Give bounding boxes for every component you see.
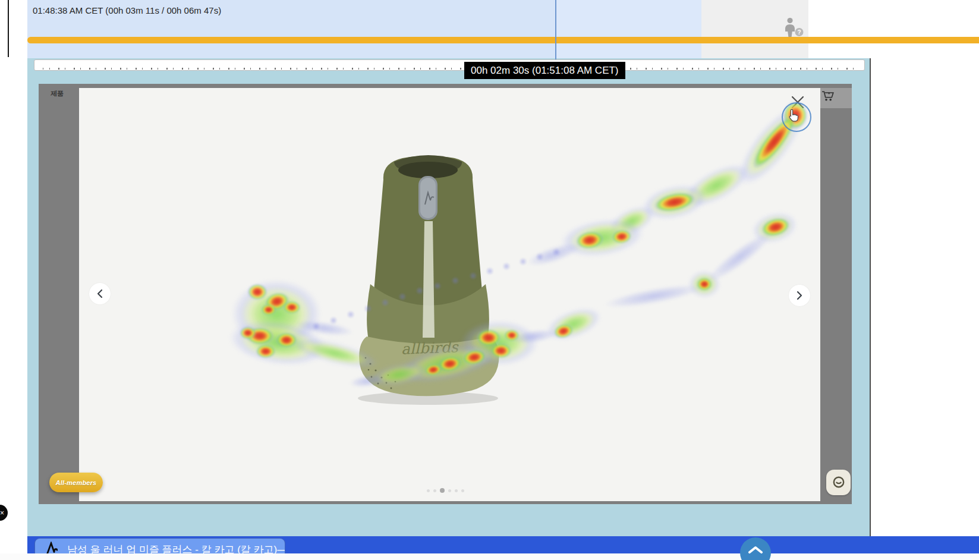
carousel-next-button[interactable] bbox=[789, 285, 810, 306]
close-glyph: × bbox=[0, 509, 4, 517]
hand-cursor-icon bbox=[787, 109, 800, 125]
page-tab[interactable]: 남성 울 러너 업 미즐 플러스 - 칼 카고 (칼 카고)— bbox=[34, 538, 285, 555]
carousel-dot-3[interactable] bbox=[440, 488, 445, 493]
chevron-left-icon bbox=[96, 288, 104, 299]
playback-time-label: 01:48:38 AM CET (00h 03m 11s / 00h 06m 4… bbox=[33, 5, 221, 15]
carousel-dot-1[interactable] bbox=[427, 489, 430, 492]
chevron-up-icon bbox=[748, 546, 763, 554]
timeline-hover-tooltip: 00h 02m 30s (01:51:08 AM CET) bbox=[464, 62, 625, 79]
playhead-line[interactable] bbox=[555, 0, 556, 59]
help-mark: ? bbox=[797, 29, 801, 36]
cart-button[interactable] bbox=[821, 89, 835, 103]
nav-item-products[interactable]: 제품 bbox=[51, 89, 64, 98]
chevron-right-icon bbox=[795, 290, 804, 301]
shoe-brand-script: allbirds bbox=[401, 338, 459, 357]
cart-icon bbox=[821, 89, 835, 103]
session-replay-screen: 01:48:38 AM CET (00h 03m 11s / 00h 06m 4… bbox=[0, 0, 979, 560]
left-panel-edge bbox=[8, 0, 9, 57]
chat-smile-icon bbox=[830, 474, 847, 491]
visitor-marker[interactable]: ? bbox=[782, 17, 806, 37]
carousel-dot-6[interactable] bbox=[461, 489, 464, 492]
viewport-right-border bbox=[870, 58, 871, 536]
progress-bar[interactable] bbox=[27, 37, 979, 43]
timeline-track-after-playhead[interactable] bbox=[556, 0, 701, 59]
carousel-prev-button[interactable] bbox=[89, 283, 111, 304]
chat-launcher-button[interactable] bbox=[826, 470, 851, 495]
product-image-shoe: allbirds bbox=[336, 149, 526, 413]
all-members-badge[interactable]: All-members bbox=[49, 473, 103, 492]
carousel-dot-2[interactable] bbox=[433, 489, 436, 492]
bottom-margin-strip bbox=[0, 553, 979, 560]
person-icon: ? bbox=[782, 17, 806, 37]
edge-collapsed-button[interactable]: × bbox=[0, 505, 8, 521]
carousel-dot-5[interactable] bbox=[455, 489, 458, 492]
carousel-dot-4[interactable] bbox=[448, 489, 451, 492]
page-clipped-header-bar bbox=[34, 59, 865, 71]
carousel-pagination bbox=[427, 487, 474, 493]
